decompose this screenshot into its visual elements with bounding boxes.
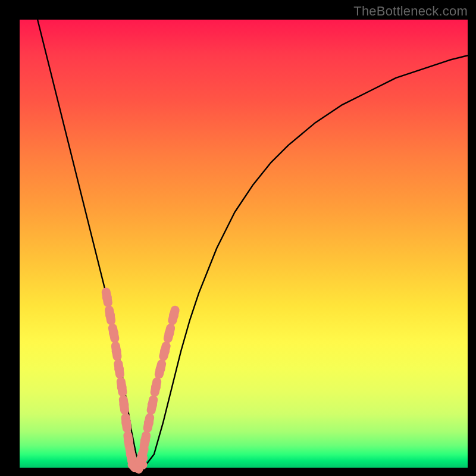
svg-point-39: [155, 364, 165, 374]
chart-overlay: [20, 20, 468, 468]
svg-point-13: [119, 400, 129, 410]
svg-point-1: [102, 293, 112, 302]
svg-point-9: [114, 364, 124, 374]
curve-line: [37, 20, 468, 466]
svg-point-31: [140, 436, 150, 446]
highlight-markers: [102, 292, 178, 469]
watermark-text: TheBottleneck.com: [353, 4, 468, 19]
svg-point-37: [151, 382, 161, 392]
svg-point-3: [105, 311, 115, 320]
svg-point-11: [117, 382, 127, 392]
svg-point-35: [148, 400, 157, 410]
svg-point-33: [144, 418, 154, 428]
svg-point-43: [165, 328, 174, 338]
svg-point-29: [137, 449, 147, 459]
svg-point-17: [124, 436, 133, 446]
chart-frame: TheBottleneck.com: [0, 0, 476, 476]
svg-point-41: [160, 346, 170, 356]
svg-point-15: [121, 418, 131, 428]
svg-point-45: [169, 311, 178, 320]
svg-point-5: [109, 328, 118, 338]
svg-point-7: [112, 346, 121, 356]
